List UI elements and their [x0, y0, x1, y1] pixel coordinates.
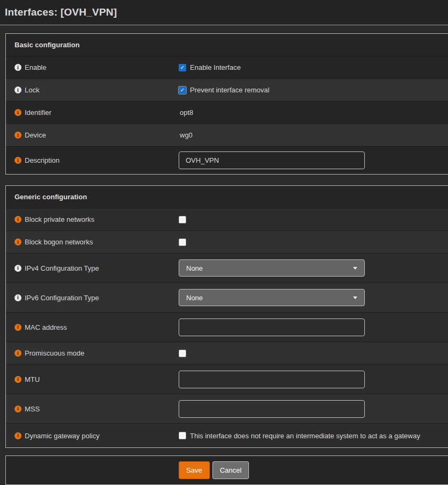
form-row-device: iDevicewg0	[6, 124, 448, 146]
form-sections: Basic configurationiEnable✓Enable Interf…	[0, 33, 448, 448]
mss-input[interactable]	[179, 400, 365, 418]
section-header-generic-configuration: Generic configuration	[6, 186, 448, 208]
control-cell	[179, 400, 448, 418]
lock-checkbox[interactable]: ✓	[179, 86, 186, 94]
info-icon[interactable]: i	[14, 132, 21, 139]
info-icon[interactable]: i	[14, 216, 21, 223]
label-cell: iPromiscuous mode	[6, 349, 179, 357]
label-cell: iDevice	[6, 131, 179, 139]
ipv4-configuration-type-select[interactable]: None	[179, 259, 365, 277]
mac-address-input[interactable]	[179, 318, 365, 336]
checkbox-label: Enable Interface	[190, 63, 241, 71]
form-row-lock: iLock✓Prevent interface removal	[6, 78, 448, 101]
field-label: IPv4 Configuration Type	[25, 264, 99, 272]
field-label: Dynamic gateway policy	[25, 432, 99, 440]
label-cell: iDescription	[6, 156, 179, 164]
field-label: Block private networks	[25, 215, 94, 223]
cancel-button[interactable]: Cancel	[212, 461, 249, 479]
ipv6-configuration-type-select[interactable]: None	[179, 289, 365, 306]
control-cell: wg0	[179, 131, 448, 139]
field-label: IPv6 Configuration Type	[25, 294, 99, 302]
mtu-input[interactable]	[179, 371, 365, 388]
info-icon[interactable]: i	[14, 376, 21, 383]
field-label: MAC address	[25, 323, 67, 331]
control-cell: This interface does not require an inter…	[179, 432, 448, 440]
enable-checkbox[interactable]: ✓	[179, 64, 186, 71]
form-row-dynamic-gateway-policy: iDynamic gateway policyThis interface do…	[6, 423, 448, 447]
form-row-ipv6-configuration-type: iIPv6 Configuration TypeNone	[6, 283, 448, 312]
info-icon[interactable]: i	[14, 86, 21, 93]
label-cell: iEnable	[6, 63, 179, 71]
label-cell: iIPv4 Configuration Type	[6, 264, 179, 272]
form-row-block-private-networks: iBlock private networks	[6, 208, 448, 230]
control-cell	[179, 216, 448, 223]
info-icon[interactable]: i	[14, 64, 21, 71]
panel-basic-configuration: Basic configurationiEnable✓Enable Interf…	[5, 33, 448, 175]
control-cell: None	[179, 259, 448, 277]
field-label: Lock	[25, 86, 39, 94]
field-label: Device	[25, 131, 46, 139]
panel-generic-configuration: Generic configurationiBlock private netw…	[5, 185, 448, 448]
chevron-down-icon	[353, 296, 357, 299]
description-input[interactable]	[179, 151, 365, 169]
promiscuous-mode-checkbox[interactable]	[179, 350, 186, 357]
control-cell	[179, 238, 448, 246]
control-cell	[179, 350, 448, 357]
section-title: Generic configuration	[14, 193, 87, 201]
label-cell: iLock	[6, 86, 179, 94]
field-label: Identifier	[25, 108, 52, 117]
control-cell	[179, 151, 448, 169]
form-row-mtu: iMTU	[6, 364, 448, 394]
form-row-mac-address: iMAC address	[6, 312, 448, 342]
info-icon[interactable]: i	[14, 406, 21, 412]
page-title: Interfaces: [OVH_VPN]	[5, 6, 117, 18]
info-icon[interactable]: i	[14, 157, 21, 164]
label-cell: iBlock private networks	[6, 215, 179, 223]
form-row-identifier: iIdentifieropt8	[6, 101, 448, 124]
form-row-enable: iEnable✓Enable Interface	[6, 56, 448, 78]
label-cell: iMTU	[6, 375, 179, 383]
field-label: Description	[25, 156, 60, 164]
page-header: Interfaces: [OVH_VPN]	[0, 0, 448, 25]
info-icon[interactable]: i	[14, 432, 21, 439]
control-cell	[179, 371, 448, 388]
label-cell: iBlock bogon networks	[6, 238, 179, 246]
control-cell: None	[179, 289, 448, 306]
footer-panel: Save Cancel	[5, 455, 448, 485]
checkbox-label: Prevent interface removal	[190, 86, 269, 94]
form-row-block-bogon-networks: iBlock bogon networks	[6, 230, 448, 253]
save-button[interactable]: Save	[179, 461, 210, 479]
field-label: Enable	[25, 63, 46, 71]
control-cell	[179, 318, 448, 336]
field-label: MSS	[25, 405, 40, 413]
identifier-value: opt8	[179, 108, 193, 117]
control-cell: ✓Prevent interface removal	[179, 86, 448, 94]
dynamic-gateway-policy-checkbox[interactable]	[179, 432, 186, 439]
label-cell: iIdentifier	[6, 108, 179, 117]
checkbox-label: This interface does not require an inter…	[190, 432, 420, 440]
block-private-networks-checkbox[interactable]	[179, 216, 186, 223]
info-icon[interactable]: i	[14, 238, 21, 245]
label-cell: iMSS	[6, 405, 179, 413]
info-icon[interactable]: i	[14, 294, 21, 301]
chevron-down-icon	[353, 267, 357, 270]
form-row-ipv4-configuration-type: iIPv4 Configuration TypeNone	[6, 253, 448, 283]
field-label: MTU	[25, 375, 40, 383]
device-value: wg0	[179, 131, 193, 139]
field-label: Block bogon networks	[25, 238, 93, 246]
info-icon[interactable]: i	[14, 350, 21, 357]
control-cell: opt8	[179, 108, 448, 117]
label-cell: iMAC address	[6, 323, 179, 331]
section-title: Basic configuration	[14, 41, 79, 49]
control-cell: ✓Enable Interface	[179, 63, 448, 71]
form-row-promiscuous-mode: iPromiscuous mode	[6, 342, 448, 364]
field-label: Promiscuous mode	[25, 349, 84, 357]
section-header-basic-configuration: Basic configuration	[6, 34, 448, 56]
label-cell: iIPv6 Configuration Type	[6, 294, 179, 302]
form-row-description: iDescription	[6, 146, 448, 174]
block-bogon-networks-checkbox[interactable]	[179, 238, 186, 246]
info-icon[interactable]: i	[14, 109, 21, 116]
info-icon[interactable]: i	[14, 265, 21, 272]
select-value: None	[186, 264, 203, 272]
info-icon[interactable]: i	[14, 324, 21, 331]
